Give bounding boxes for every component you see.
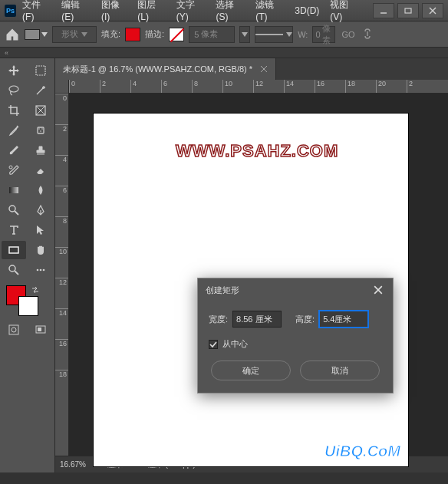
menu-3d[interactable]: 3D(D) — [295, 5, 319, 16]
history-brush-tool[interactable] — [2, 161, 26, 179]
fill-color-swatch[interactable] — [125, 28, 140, 41]
document-tab-bar: 未标题-1 @ 16.7% (WWW.PSAHZ.COM, RGB/8) * — [55, 58, 448, 80]
app-icon: Ps — [5, 5, 16, 17]
ok-button[interactable]: 确定 — [211, 361, 291, 380]
dialog-close-button[interactable] — [371, 283, 385, 297]
blur-tool[interactable] — [28, 181, 53, 199]
swap-colors-icon[interactable] — [31, 285, 40, 295]
height-label: 高度: — [295, 314, 315, 325]
chevron-down-icon[interactable] — [41, 32, 48, 37]
pen-tool[interactable] — [28, 201, 53, 219]
svg-point-18 — [9, 265, 15, 272]
svg-rect-17 — [9, 247, 18, 253]
close-button[interactable] — [422, 3, 443, 18]
eraser-tool[interactable] — [28, 161, 53, 179]
from-center-checkbox[interactable] — [209, 340, 218, 349]
screen-mode-icon[interactable] — [28, 321, 53, 339]
width-label: 宽度: — [209, 314, 228, 325]
svg-point-21 — [39, 269, 41, 272]
svg-point-11 — [41, 128, 43, 130]
height-input[interactable]: 5.4厘米 — [319, 311, 368, 328]
svg-point-5 — [9, 86, 18, 92]
from-center-label: 从中心 — [222, 338, 248, 350]
width-input[interactable]: 8.56 厘米 — [232, 311, 282, 328]
vertical-ruler[interactable]: 024681012141618 — [55, 94, 69, 456]
go-label: GO — [341, 30, 354, 39]
horizontal-ruler[interactable]: 024681012141618202 — [69, 80, 448, 94]
svg-point-15 — [9, 206, 15, 212]
path-selection-tool[interactable] — [28, 221, 53, 239]
zoom-level[interactable]: 16.67% — [60, 460, 86, 469]
svg-point-12 — [40, 130, 41, 132]
menu-select[interactable]: 选择(S) — [216, 0, 245, 22]
title-bar: Ps 文件(F) 编辑(E) 图像(I) 图层(L) 文字(Y) 选择(S) 滤… — [0, 0, 448, 21]
healing-tool[interactable] — [28, 121, 53, 140]
svg-rect-9 — [38, 127, 44, 133]
maximize-button[interactable] — [397, 3, 419, 18]
tab-title: 未标题-1 @ 16.7% (WWW.PSAHZ.COM, RGB/8) * — [63, 64, 252, 75]
work-area: 未标题-1 @ 16.7% (WWW.PSAHZ.COM, RGB/8) * 0… — [55, 58, 448, 472]
watermark-text-2: UiBQ.CoM — [324, 443, 400, 460]
stroke-width-dropdown[interactable] — [239, 26, 250, 43]
shape-mode-select[interactable]: 形状 — [52, 26, 97, 43]
link-wh-icon[interactable] — [363, 28, 372, 41]
document-tab[interactable]: 未标题-1 @ 16.7% (WWW.PSAHZ.COM, RGB/8) * — [55, 58, 276, 80]
ruler-origin[interactable] — [55, 80, 69, 94]
menu-edit[interactable]: 编辑(E) — [61, 0, 91, 22]
options-bar: 形状 填充: 描边: 5像素 W: 0 像素 GO — [0, 21, 448, 48]
eyedropper-tool[interactable] — [2, 121, 26, 140]
dialog-titlebar[interactable]: 创建矩形 — [198, 278, 393, 301]
window-buttons — [370, 3, 443, 18]
rectangle-tool[interactable] — [2, 241, 26, 259]
menu-view[interactable]: 视图(V) — [330, 0, 359, 22]
watermark-text-1: WWW.PSAHZ.COM — [176, 141, 338, 161]
main-area: 未标题-1 @ 16.7% (WWW.PSAHZ.COM, RGB/8) * 0… — [0, 58, 448, 472]
svg-point-22 — [42, 269, 44, 272]
tools-panel — [0, 58, 55, 472]
svg-rect-14 — [9, 187, 18, 193]
tab-close-icon[interactable] — [260, 65, 268, 73]
home-icon[interactable] — [5, 27, 20, 42]
lasso-tool[interactable] — [2, 81, 26, 100]
stroke-style-select[interactable] — [255, 26, 293, 43]
magic-wand-tool[interactable] — [28, 81, 53, 100]
cancel-button[interactable]: 取消 — [300, 361, 380, 380]
quick-mask-icon[interactable] — [2, 321, 26, 339]
stroke-width-field[interactable]: 5像素 — [189, 26, 235, 43]
svg-point-20 — [36, 269, 38, 272]
width-field[interactable]: 0 像素 — [312, 26, 335, 43]
hand-tool[interactable] — [28, 241, 53, 259]
crop-tool[interactable] — [2, 101, 26, 120]
type-tool[interactable] — [2, 221, 26, 239]
svg-point-24 — [12, 328, 16, 332]
panel-collapse-bar[interactable]: « — [0, 48, 448, 58]
menu-type[interactable]: 文字(Y) — [176, 0, 206, 22]
brush-tool[interactable] — [2, 141, 26, 160]
gradient-tool[interactable] — [2, 181, 26, 199]
svg-rect-23 — [9, 325, 18, 334]
stroke-color-swatch[interactable] — [169, 28, 184, 41]
minimize-button[interactable] — [373, 3, 394, 18]
canvas-viewport[interactable]: 024681012141618202 024681012141618 WWW.P… — [55, 80, 448, 456]
svg-line-19 — [15, 271, 18, 275]
stamp-tool[interactable] — [28, 141, 53, 160]
svg-line-16 — [15, 211, 18, 215]
svg-point-10 — [38, 128, 40, 130]
color-swatches — [2, 285, 53, 319]
move-tool[interactable] — [2, 61, 26, 80]
tool-preset-swatch[interactable] — [25, 29, 40, 40]
svg-rect-4 — [36, 66, 45, 75]
background-color[interactable] — [18, 296, 38, 316]
marquee-tool[interactable] — [28, 61, 53, 80]
width-label: W: — [298, 30, 308, 39]
frame-tool[interactable] — [28, 101, 53, 120]
menu-filter[interactable]: 滤镜(T) — [255, 0, 284, 22]
dodge-tool[interactable] — [2, 201, 26, 219]
fill-label: 填充: — [101, 28, 120, 40]
svg-point-13 — [9, 166, 12, 169]
more-tools[interactable] — [28, 261, 53, 279]
menu-layer[interactable]: 图层(L) — [137, 0, 165, 22]
menu-image[interactable]: 图像(I) — [101, 0, 127, 22]
menu-file[interactable]: 文件(F) — [22, 0, 51, 22]
zoom-tool[interactable] — [2, 261, 26, 279]
